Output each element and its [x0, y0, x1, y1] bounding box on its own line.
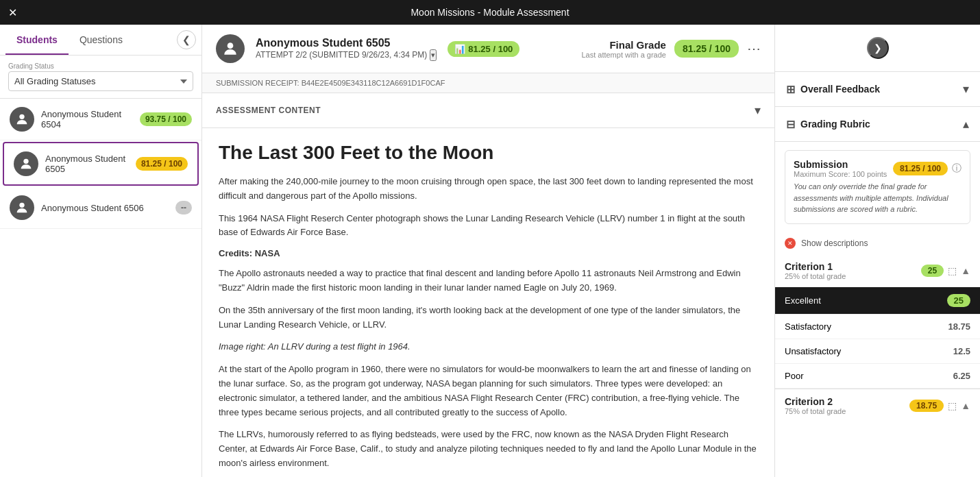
- grading-rubric-content: Submission Maximum Score: 100 points 81.…: [775, 142, 980, 477]
- criterion1-percentage: 25% of total grade: [785, 272, 846, 280]
- attempt-dropdown-button[interactable]: ▾: [430, 49, 437, 61]
- svg-point-3: [228, 42, 234, 49]
- criterion1-header: Criterion 1 25% of total grade 25 ⬚ ▲: [775, 254, 980, 287]
- submission-box: Submission Maximum Score: 100 points 81.…: [785, 150, 970, 224]
- sidebar-tabs: Students Questions ❮: [0, 25, 201, 56]
- rating-unsatisfactory[interactable]: Unsatisfactory 12.5: [775, 339, 980, 364]
- grade-value: 81.25 / 100: [468, 44, 513, 54]
- rubric-nav-row: ❯: [775, 25, 980, 72]
- final-grade-title: Final Grade: [581, 39, 666, 51]
- criterion2-name: Criterion 2: [785, 396, 846, 407]
- article-paragraph-1: After making the 240,000-mile journey to…: [219, 175, 758, 204]
- grading-rubric-title: ⊟ Grading Rubric: [786, 118, 870, 131]
- more-options-button[interactable]: ⋯: [747, 40, 761, 57]
- grading-rubric-icon: ⊟: [786, 118, 795, 131]
- rating-label-satisfactory: Satisfactory: [785, 321, 831, 332]
- attempt-text: ATTEMPT 2/2 (SUBMITTED 9/26/23, 4:34 PM): [256, 50, 427, 60]
- criterion2-info: Criterion 2 75% of total grade: [785, 396, 846, 415]
- attempt-info: ATTEMPT 2/2 (SUBMITTED 9/26/23, 4:34 PM)…: [256, 49, 437, 61]
- criterion1-expand-button[interactable]: ⬚: [948, 265, 957, 276]
- rating-score-poor: 6.25: [953, 371, 970, 381]
- main-layout: Students Questions ❮ Grading Status All …: [0, 25, 980, 477]
- final-grade-label: Final Grade Last attempt with a grade: [581, 39, 666, 59]
- student-score: 81.25 / 100: [136, 157, 188, 171]
- grading-rubric-section-header[interactable]: ⊟ Grading Rubric ▴: [775, 107, 980, 142]
- rating-poor[interactable]: Poor 6.25: [775, 364, 980, 389]
- overall-feedback-section[interactable]: ⊞ Overall Feedback ▾: [775, 72, 980, 107]
- article-paragraph-2: This 1964 NASA Flight Reserch Center pho…: [219, 212, 758, 241]
- article-content-body: The Last 300 Feet to the Moon After maki…: [202, 128, 774, 477]
- student-score: 93.75 / 100: [140, 112, 192, 126]
- rating-score-satisfactory: 18.75: [948, 321, 970, 332]
- student-item[interactable]: Anonymous Student 6506 --: [0, 187, 201, 229]
- grading-status-select[interactable]: All Grading StatusesGradedUngradedNeeds …: [8, 71, 193, 91]
- article-paragraph-5: At the start of the Apollo program in 19…: [219, 363, 758, 419]
- article-image-caption: Image right: An LLRV during a test fligh…: [219, 340, 758, 354]
- student-info-header: Anonymous Student 6505 ATTEMPT 2/2 (SUBM…: [256, 37, 437, 61]
- rating-satisfactory[interactable]: Satisfactory 18.75: [775, 315, 980, 339]
- article-paragraph-4: On the 35th anniversary of the first moo…: [219, 304, 758, 332]
- avatar: [10, 195, 34, 220]
- student-item[interactable]: Anonymous Student 6504 93.75 / 100: [0, 99, 201, 140]
- criterion1-name: Criterion 1: [785, 261, 846, 272]
- final-grade-badge: 81.25 / 100: [674, 40, 739, 58]
- submission-note: You can only override the final grade fo…: [794, 181, 961, 215]
- submission-info-icon[interactable]: ⓘ: [952, 162, 961, 175]
- student-list: Anonymous Student 6504 93.75 / 100 Anony…: [0, 99, 201, 477]
- content-header: Anonymous Student 6505 ATTEMPT 2/2 (SUBM…: [202, 25, 774, 73]
- show-descriptions-row: ✕ Show descriptions: [775, 232, 980, 254]
- nav-back-button[interactable]: ❮: [177, 30, 196, 49]
- avatar: [14, 151, 38, 176]
- criterion2-score-badge: 18.75: [909, 400, 944, 412]
- criterion1-score-badge: 25: [921, 265, 944, 277]
- title-bar: ✕ Moon Missions - Module Assessment: [0, 0, 980, 25]
- submission-title: Submission: [794, 159, 887, 170]
- submission-max-score: Maximum Score: 100 points: [794, 170, 887, 178]
- criterion2-header: Criterion 2 75% of total grade 18.75 ⬚ ▲: [775, 389, 980, 422]
- final-grade-subtitle: Last attempt with a grade: [581, 51, 666, 59]
- rubric-forward-button[interactable]: ❯: [867, 37, 889, 59]
- grade-icon: 📊: [454, 44, 465, 54]
- header-avatar: [216, 34, 245, 63]
- collapse-button[interactable]: ▾: [755, 103, 761, 118]
- criterion2-up-button[interactable]: ▲: [961, 400, 970, 411]
- submission-receipt: SUBMISSION RECEIPT: B44E2E4509E343118C12…: [202, 73, 774, 93]
- criterion2-right: 18.75 ⬚ ▲: [909, 400, 970, 412]
- criterion2-expand-button[interactable]: ⬚: [948, 400, 957, 411]
- svg-point-0: [19, 114, 24, 119]
- criterion1-up-button[interactable]: ▲: [961, 265, 970, 276]
- article-title: The Last 300 Feet to the Moon: [219, 142, 758, 164]
- rating-excellent[interactable]: Excellent 25: [775, 287, 980, 315]
- student-score: --: [175, 201, 192, 215]
- student-name: Anonymous Student 6505: [45, 154, 129, 174]
- student-name: Anonymous Student 6504: [41, 109, 133, 130]
- rubric-panel: ❯ ⊞ Overall Feedback ▾ ⊟ Grading Rubric …: [774, 25, 980, 477]
- window-title: Moon Missions - Module Assessment: [411, 7, 569, 18]
- svg-point-1: [23, 159, 28, 164]
- submission-score-badge: 81.25 / 100: [893, 162, 948, 175]
- grading-filter-container: Grading Status All Grading StatusesGrade…: [0, 56, 201, 99]
- header-student-name: Anonymous Student 6505: [256, 37, 437, 49]
- article-paragraph-6: The LLRVs, humorously referred to as fly…: [219, 428, 758, 470]
- submission-info: Submission Maximum Score: 100 points: [794, 159, 887, 178]
- assessment-label: ASSESSMENT CONTENT: [216, 106, 321, 115]
- final-grade-section: Final Grade Last attempt with a grade 81…: [581, 39, 761, 59]
- overall-feedback-expand-icon: ▾: [963, 82, 969, 97]
- rating-label-poor: Poor: [785, 371, 803, 381]
- tab-students[interactable]: Students: [5, 25, 69, 55]
- assessment-section-header: ASSESSMENT CONTENT ▾: [202, 93, 774, 128]
- submission-grade-pill: 📊 81.25 / 100: [448, 41, 519, 57]
- submission-row: Submission Maximum Score: 100 points 81.…: [794, 159, 961, 178]
- close-button[interactable]: ✕: [8, 6, 17, 19]
- criterion1-right: 25 ⬚ ▲: [921, 265, 970, 277]
- tab-questions[interactable]: Questions: [69, 25, 134, 55]
- center-panel: Anonymous Student 6505 ATTEMPT 2/2 (SUBM…: [202, 25, 774, 477]
- student-item-active[interactable]: Anonymous Student 6505 81.25 / 100: [3, 142, 199, 186]
- grading-filter-label: Grading Status: [8, 62, 193, 70]
- submission-score-row: 81.25 / 100 ⓘ: [893, 162, 961, 175]
- toggle-x-button[interactable]: ✕: [785, 238, 796, 249]
- criterion1-info: Criterion 1 25% of total grade: [785, 261, 846, 280]
- overall-feedback-title: ⊞ Overall Feedback: [786, 83, 880, 96]
- show-descriptions-label: Show descriptions: [801, 238, 868, 248]
- svg-point-2: [19, 203, 24, 208]
